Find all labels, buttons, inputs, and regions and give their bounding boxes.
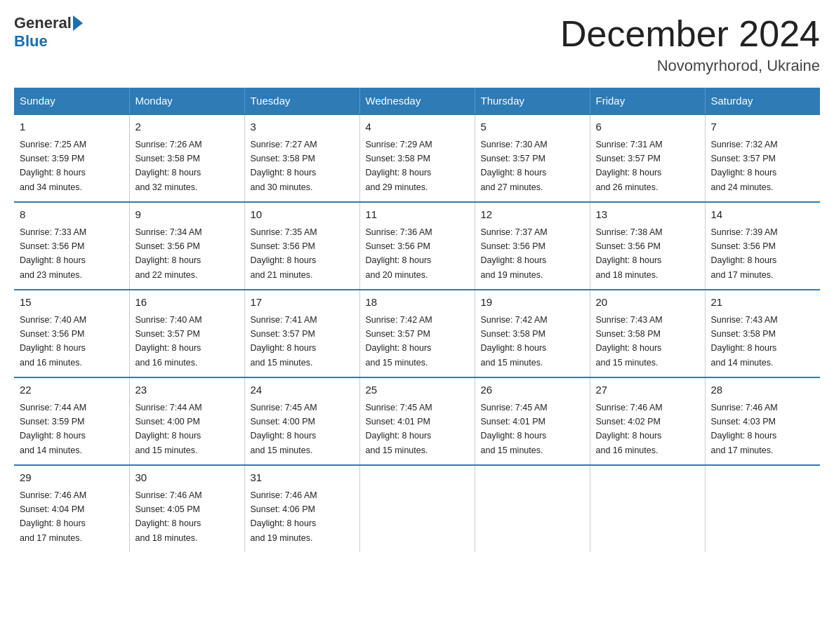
calendar-week-row: 1 Sunrise: 7:25 AMSunset: 3:59 PMDayligh… xyxy=(14,114,820,202)
header-sunday: Sunday xyxy=(14,88,129,114)
header-wednesday: Wednesday xyxy=(359,88,475,114)
calendar-cell: 28 Sunrise: 7:46 AMSunset: 4:03 PMDaylig… xyxy=(705,377,820,465)
calendar-cell: 13 Sunrise: 7:38 AMSunset: 3:56 PMDaylig… xyxy=(590,202,705,290)
day-number: 14 xyxy=(711,207,815,223)
calendar-cell: 20 Sunrise: 7:43 AMSunset: 3:58 PMDaylig… xyxy=(590,290,705,377)
logo-general-text: General xyxy=(14,14,72,32)
day-number: 10 xyxy=(251,207,354,223)
day-info: Sunrise: 7:46 AMSunset: 4:02 PMDaylight:… xyxy=(596,403,663,455)
calendar-cell: 17 Sunrise: 7:41 AMSunset: 3:57 PMDaylig… xyxy=(244,290,359,377)
calendar-week-row: 15 Sunrise: 7:40 AMSunset: 3:56 PMDaylig… xyxy=(14,290,820,377)
header-friday: Friday xyxy=(590,88,705,114)
day-number: 26 xyxy=(481,382,584,398)
calendar-cell: 1 Sunrise: 7:25 AMSunset: 3:59 PMDayligh… xyxy=(14,114,129,202)
day-info: Sunrise: 7:37 AMSunset: 3:56 PMDaylight:… xyxy=(481,227,548,280)
day-number: 15 xyxy=(20,295,124,311)
calendar-cell: 4 Sunrise: 7:29 AMSunset: 3:58 PMDayligh… xyxy=(359,114,475,202)
calendar-table: SundayMondayTuesdayWednesdayThursdayFrid… xyxy=(14,88,820,552)
calendar-header-row: SundayMondayTuesdayWednesdayThursdayFrid… xyxy=(14,88,820,114)
calendar-cell: 18 Sunrise: 7:42 AMSunset: 3:57 PMDaylig… xyxy=(359,290,475,377)
day-number: 24 xyxy=(251,382,354,398)
calendar-cell: 5 Sunrise: 7:30 AMSunset: 3:57 PMDayligh… xyxy=(475,114,590,202)
day-info: Sunrise: 7:45 AMSunset: 4:00 PMDaylight:… xyxy=(251,403,317,455)
day-info: Sunrise: 7:46 AMSunset: 4:06 PMDaylight:… xyxy=(251,490,317,543)
day-info: Sunrise: 7:40 AMSunset: 3:56 PMDaylight:… xyxy=(20,315,86,368)
day-info: Sunrise: 7:40 AMSunset: 3:57 PMDaylight:… xyxy=(135,315,202,368)
day-info: Sunrise: 7:43 AMSunset: 3:58 PMDaylight:… xyxy=(596,315,663,368)
day-info: Sunrise: 7:44 AMSunset: 4:00 PMDaylight:… xyxy=(135,403,202,455)
day-info: Sunrise: 7:46 AMSunset: 4:03 PMDaylight:… xyxy=(711,403,778,455)
day-number: 2 xyxy=(135,119,239,135)
day-number: 4 xyxy=(366,119,469,135)
day-info: Sunrise: 7:30 AMSunset: 3:57 PMDaylight:… xyxy=(481,140,548,192)
day-info: Sunrise: 7:46 AMSunset: 4:05 PMDaylight:… xyxy=(135,490,202,543)
day-info: Sunrise: 7:45 AMSunset: 4:01 PMDaylight:… xyxy=(481,403,548,455)
day-number: 13 xyxy=(596,207,699,223)
calendar-cell xyxy=(475,465,590,552)
day-info: Sunrise: 7:39 AMSunset: 3:56 PMDaylight:… xyxy=(711,227,778,280)
logo: General Blue xyxy=(14,14,84,51)
calendar-week-row: 8 Sunrise: 7:33 AMSunset: 3:56 PMDayligh… xyxy=(14,202,820,290)
day-number: 16 xyxy=(135,295,239,311)
calendar-cell: 31 Sunrise: 7:46 AMSunset: 4:06 PMDaylig… xyxy=(244,465,359,552)
day-info: Sunrise: 7:38 AMSunset: 3:56 PMDaylight:… xyxy=(596,227,663,280)
location-label: Novomyrhorod, Ukraine xyxy=(560,57,820,75)
calendar-cell: 3 Sunrise: 7:27 AMSunset: 3:58 PMDayligh… xyxy=(244,114,359,202)
day-number: 28 xyxy=(711,382,815,398)
day-info: Sunrise: 7:29 AMSunset: 3:58 PMDaylight:… xyxy=(366,140,432,192)
day-number: 7 xyxy=(711,119,815,135)
day-number: 29 xyxy=(20,470,124,486)
day-info: Sunrise: 7:46 AMSunset: 4:04 PMDaylight:… xyxy=(20,490,86,543)
page-header: General Blue December 2024 Novomyrhorod,… xyxy=(14,14,820,75)
calendar-cell: 8 Sunrise: 7:33 AMSunset: 3:56 PMDayligh… xyxy=(14,202,129,290)
calendar-cell: 10 Sunrise: 7:35 AMSunset: 3:56 PMDaylig… xyxy=(244,202,359,290)
day-info: Sunrise: 7:41 AMSunset: 3:57 PMDaylight:… xyxy=(251,315,317,368)
calendar-cell: 26 Sunrise: 7:45 AMSunset: 4:01 PMDaylig… xyxy=(475,377,590,465)
day-info: Sunrise: 7:34 AMSunset: 3:56 PMDaylight:… xyxy=(135,227,202,280)
calendar-cell: 7 Sunrise: 7:32 AMSunset: 3:57 PMDayligh… xyxy=(705,114,820,202)
day-number: 12 xyxy=(481,207,584,223)
day-number: 19 xyxy=(481,295,584,311)
calendar-cell: 6 Sunrise: 7:31 AMSunset: 3:57 PMDayligh… xyxy=(590,114,705,202)
day-number: 21 xyxy=(711,295,815,311)
calendar-cell: 24 Sunrise: 7:45 AMSunset: 4:00 PMDaylig… xyxy=(244,377,359,465)
calendar-cell: 27 Sunrise: 7:46 AMSunset: 4:02 PMDaylig… xyxy=(590,377,705,465)
day-number: 1 xyxy=(20,119,124,135)
calendar-cell: 15 Sunrise: 7:40 AMSunset: 3:56 PMDaylig… xyxy=(14,290,129,377)
day-info: Sunrise: 7:32 AMSunset: 3:57 PMDaylight:… xyxy=(711,140,778,192)
calendar-cell: 19 Sunrise: 7:42 AMSunset: 3:58 PMDaylig… xyxy=(475,290,590,377)
day-number: 5 xyxy=(481,119,584,135)
day-info: Sunrise: 7:36 AMSunset: 3:56 PMDaylight:… xyxy=(366,227,432,280)
calendar-cell: 11 Sunrise: 7:36 AMSunset: 3:56 PMDaylig… xyxy=(359,202,475,290)
calendar-cell: 2 Sunrise: 7:26 AMSunset: 3:58 PMDayligh… xyxy=(129,114,244,202)
calendar-cell xyxy=(590,465,705,552)
day-info: Sunrise: 7:25 AMSunset: 3:59 PMDaylight:… xyxy=(20,140,86,192)
day-number: 11 xyxy=(366,207,469,223)
day-number: 20 xyxy=(596,295,699,311)
day-number: 23 xyxy=(135,382,239,398)
day-number: 22 xyxy=(20,382,124,398)
day-info: Sunrise: 7:33 AMSunset: 3:56 PMDaylight:… xyxy=(20,227,86,280)
day-number: 17 xyxy=(251,295,354,311)
header-tuesday: Tuesday xyxy=(244,88,359,114)
header-thursday: Thursday xyxy=(475,88,590,114)
calendar-cell: 16 Sunrise: 7:40 AMSunset: 3:57 PMDaylig… xyxy=(129,290,244,377)
day-number: 18 xyxy=(366,295,469,311)
logo-arrow-icon xyxy=(73,15,83,31)
day-info: Sunrise: 7:35 AMSunset: 3:56 PMDaylight:… xyxy=(251,227,317,280)
calendar-week-row: 22 Sunrise: 7:44 AMSunset: 3:59 PMDaylig… xyxy=(14,377,820,465)
day-info: Sunrise: 7:26 AMSunset: 3:58 PMDaylight:… xyxy=(135,140,202,192)
day-number: 31 xyxy=(251,470,354,486)
month-title: December 2024 xyxy=(560,14,820,54)
calendar-cell: 12 Sunrise: 7:37 AMSunset: 3:56 PMDaylig… xyxy=(475,202,590,290)
calendar-cell: 21 Sunrise: 7:43 AMSunset: 3:58 PMDaylig… xyxy=(705,290,820,377)
title-block: December 2024 Novomyrhorod, Ukraine xyxy=(560,14,820,75)
day-info: Sunrise: 7:31 AMSunset: 3:57 PMDaylight:… xyxy=(596,140,663,192)
calendar-cell: 25 Sunrise: 7:45 AMSunset: 4:01 PMDaylig… xyxy=(359,377,475,465)
day-number: 3 xyxy=(251,119,354,135)
day-info: Sunrise: 7:42 AMSunset: 3:58 PMDaylight:… xyxy=(481,315,548,368)
day-number: 27 xyxy=(596,382,699,398)
calendar-cell: 9 Sunrise: 7:34 AMSunset: 3:56 PMDayligh… xyxy=(129,202,244,290)
calendar-week-row: 29 Sunrise: 7:46 AMSunset: 4:04 PMDaylig… xyxy=(14,465,820,552)
calendar-cell: 30 Sunrise: 7:46 AMSunset: 4:05 PMDaylig… xyxy=(129,465,244,552)
